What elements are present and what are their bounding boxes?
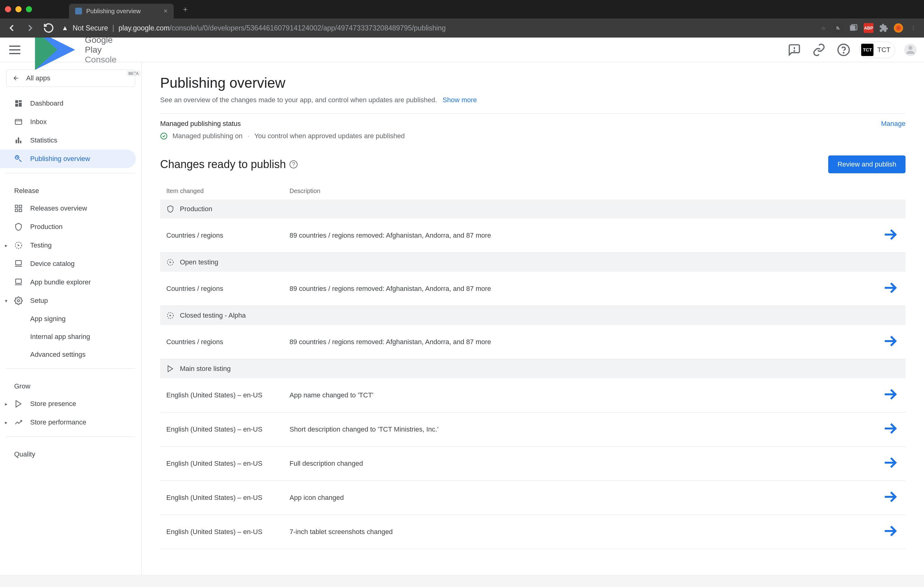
tab-close-icon[interactable]: ×	[163, 7, 168, 15]
sidebar-item-app-signing[interactable]: App signing	[0, 310, 136, 328]
all-apps-button[interactable]: All apps	[6, 69, 135, 87]
review-and-publish-button[interactable]: Review and publish	[828, 155, 906, 173]
sidebar-item-app-bundle-explorer[interactable]: App bundle explorer	[0, 273, 136, 291]
not-secure-label: Not Secure	[73, 24, 108, 32]
sidebar-item-store-presence[interactable]: ▸ Store presence	[0, 395, 136, 413]
device-icon	[14, 260, 23, 268]
sidebar-item-label: Statistics	[30, 136, 57, 145]
row-arrow-icon[interactable]	[881, 332, 899, 352]
browser-tab[interactable]: Publishing overview ×	[69, 4, 174, 18]
group-label: Main store listing	[180, 365, 231, 373]
manage-link[interactable]: Manage	[881, 120, 906, 128]
sidebar-item-label: Advanced settings	[30, 350, 86, 358]
sidebar-item-label: Inbox	[30, 118, 47, 126]
testing-icon	[166, 311, 174, 319]
sidebar-item-inbox[interactable]: Inbox	[0, 113, 136, 131]
table-row[interactable]: English (United States) – en-USFull desc…	[160, 447, 906, 481]
row-arrow-icon[interactable]	[881, 279, 899, 299]
help-tooltip-icon[interactable]: ?	[290, 160, 297, 168]
cell-desc: Full description changed	[290, 460, 881, 468]
extensions-puzzle-icon[interactable]	[879, 23, 888, 33]
gear-icon	[14, 296, 23, 305]
releases-icon	[14, 204, 23, 213]
expand-icon[interactable]: ▸	[3, 401, 9, 407]
table-group-header: Main store listing	[160, 359, 906, 378]
cell-desc: 89 countries / regions removed: Afghanis…	[290, 232, 881, 240]
new-tab-button[interactable]: +	[183, 5, 188, 14]
sidebar-item-releases-overview[interactable]: Releases overview	[0, 199, 136, 218]
sidebar-item-label: Store performance	[30, 418, 86, 426]
svg-rect-12	[19, 103, 21, 107]
sidebar-item-store-performance[interactable]: ▸ Store performance	[0, 413, 136, 432]
cell-item: English (United States) – en-US	[166, 528, 290, 536]
sidebar-item-dashboard[interactable]: Dashboard	[0, 94, 136, 113]
table-row[interactable]: Countries / regions89 countries / region…	[160, 219, 906, 253]
bundle-icon	[14, 278, 23, 286]
minimize-window-icon[interactable]	[15, 6, 21, 12]
extension-h-icon[interactable]: h.	[833, 23, 843, 33]
table-row[interactable]: English (United States) – en-USShort des…	[160, 413, 906, 447]
sidebar-item-device-catalog[interactable]: Device catalog	[0, 255, 136, 273]
bookmark-star-icon[interactable]: ☆	[818, 23, 828, 33]
extension-abp-icon[interactable]: ABP	[864, 23, 873, 33]
account-switcher[interactable]: TCT TCT	[859, 41, 895, 58]
sidebar-item-publishing-overview[interactable]: Publishing overview	[0, 150, 136, 168]
sidebar-item-statistics[interactable]: Statistics	[0, 131, 136, 150]
hamburger-menu-button[interactable]	[7, 43, 22, 57]
sidebar-item-label: Internal app sharing	[30, 333, 90, 341]
svg-rect-17	[18, 138, 20, 143]
mp-status-desc: You control when approved updates are pu…	[254, 132, 405, 140]
profile-avatar[interactable]	[904, 44, 917, 56]
browser-menu-icon[interactable]: ⋮	[909, 23, 918, 33]
row-arrow-icon[interactable]	[881, 419, 899, 439]
table-row[interactable]: Countries / regions89 countries / region…	[160, 272, 906, 306]
collapse-icon[interactable]: ▾	[3, 298, 9, 304]
row-arrow-icon[interactable]	[881, 522, 899, 542]
mp-status-on: Managed publishing on	[172, 132, 243, 140]
row-arrow-icon[interactable]	[881, 488, 899, 508]
svg-rect-23	[19, 209, 21, 212]
table-row[interactable]: Countries / regions89 countries / region…	[160, 325, 906, 359]
table-row[interactable]: English (United States) – en-USApp icon …	[160, 481, 906, 515]
sidebar-item-internal-sharing[interactable]: Internal app sharing	[0, 328, 136, 346]
svg-rect-14	[15, 119, 22, 124]
table-row[interactable]: English (United States) – en-USApp name …	[160, 378, 906, 413]
row-arrow-icon[interactable]	[881, 385, 899, 405]
url-path: /console/u/0/developers/5364461607914124…	[170, 24, 446, 32]
window-controls[interactable]	[5, 6, 32, 12]
expand-icon[interactable]: ▸	[3, 242, 9, 248]
changes-title: Changes ready to publish	[160, 158, 286, 171]
row-arrow-icon[interactable]	[881, 454, 899, 474]
sidebar-item-testing[interactable]: ▸ Testing	[0, 236, 136, 255]
sidebar-item-label: Production	[30, 223, 63, 231]
cell-desc: App icon changed	[290, 494, 881, 502]
link-icon[interactable]	[812, 43, 826, 57]
expand-icon[interactable]: ▸	[3, 419, 9, 426]
main-content: Publishing overview See an overview of t…	[142, 62, 924, 575]
statistics-icon	[14, 136, 23, 145]
svg-rect-21	[19, 205, 21, 208]
sidebar-item-label: Device catalog	[30, 260, 74, 268]
cell-desc: App name changed to 'TCT'	[290, 391, 881, 399]
cell-desc: 89 countries / regions removed: Afghanis…	[290, 285, 881, 293]
row-arrow-icon[interactable]	[881, 225, 899, 246]
address-bar[interactable]: ▲ Not Secure | play.google.com/console/u…	[62, 24, 811, 32]
close-window-icon[interactable]	[5, 6, 11, 12]
maximize-window-icon[interactable]	[26, 6, 32, 12]
cell-item: English (United States) – en-US	[166, 391, 290, 399]
show-more-link[interactable]: Show more	[442, 96, 477, 104]
svg-rect-16	[16, 140, 17, 143]
dashboard-icon	[14, 99, 23, 108]
reload-button[interactable]	[43, 23, 54, 34]
sidebar-item-label: Dashboard	[30, 99, 63, 107]
extension-avatar-icon[interactable]	[894, 23, 903, 33]
feedback-icon[interactable]	[787, 43, 801, 57]
help-icon[interactable]	[837, 43, 850, 57]
extension-tabs-icon[interactable]	[849, 23, 858, 33]
sidebar-item-setup[interactable]: ▾ Setup	[0, 291, 136, 310]
tab-favicon-icon	[75, 8, 82, 15]
sidebar-item-production[interactable]: Production	[0, 218, 136, 236]
back-button[interactable]	[6, 23, 17, 34]
table-row[interactable]: English (United States) – en-US7-inch ta…	[160, 515, 906, 549]
sidebar-item-advanced-settings[interactable]: Advanced settings	[0, 346, 136, 363]
